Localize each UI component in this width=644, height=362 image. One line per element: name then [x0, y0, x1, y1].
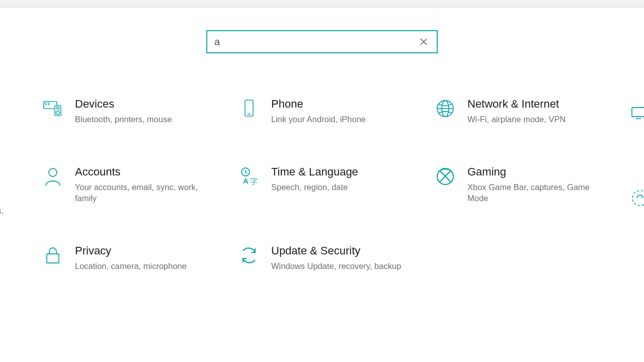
- partial-category-icon: [630, 188, 644, 210]
- category-desc: Location, camera, microphone: [75, 260, 187, 272]
- globe-icon: [435, 99, 455, 119]
- category-title: Accounts: [75, 165, 206, 178]
- category-network[interactable]: Network & Internet Wi-Fi, airplane mode,…: [435, 98, 626, 125]
- lock-icon: [43, 245, 63, 265]
- category-text: Time & Language Speech, region, date: [271, 165, 358, 193]
- category-text: Network & Internet Wi-Fi, airplane mode,…: [467, 98, 566, 125]
- category-devices[interactable]: Devices Bluetooth, printers, mouse: [43, 98, 234, 125]
- search-input[interactable]: [213, 36, 417, 48]
- phone-icon: [239, 99, 259, 119]
- devices-icon: [43, 99, 63, 119]
- time-language-icon: A 字: [239, 166, 259, 187]
- svg-rect-22: [47, 254, 59, 263]
- search-box[interactable]: [206, 30, 438, 53]
- svg-text:A: A: [243, 176, 249, 185]
- category-desc: Windows Update, recovery, backup: [271, 260, 401, 272]
- partial-category-icon: [630, 104, 644, 126]
- close-icon: [420, 38, 428, 46]
- category-text: Update & Security Windows Update, recove…: [271, 244, 401, 272]
- category-title: Update & Security: [271, 244, 401, 257]
- category-text: Accounts Your accounts, email, sync, wor…: [75, 165, 206, 204]
- svg-line-18: [246, 172, 247, 173]
- category-title: Privacy: [75, 244, 187, 257]
- category-accounts[interactable]: Accounts Your accounts, email, sync, wor…: [43, 165, 234, 204]
- category-desc: Xbox Game Bar, captures, Game Mode: [467, 182, 598, 204]
- category-desc: Speech, region, date: [271, 182, 358, 193]
- sync-icon: [239, 245, 259, 265]
- category-text: Gaming Xbox Game Bar, captures, Game Mod…: [467, 165, 598, 204]
- category-text: Phone Link your Android, iPhone: [271, 98, 366, 125]
- category-desc: Link your Android, iPhone: [271, 114, 366, 125]
- svg-rect-23: [632, 108, 644, 117]
- svg-text:字: 字: [250, 177, 258, 186]
- person-icon: [43, 166, 63, 187]
- category-title: Gaming: [467, 165, 598, 178]
- category-desc: Wi-Fi, airplane mode, VPN: [467, 114, 566, 125]
- category-desc: Bluetooth, printers, mouse: [75, 114, 172, 125]
- category-update-security[interactable]: Update & Security Windows Update, recove…: [239, 244, 430, 272]
- category-desc: Your accounts, email, sync, work, family: [75, 182, 206, 204]
- category-title: Network & Internet: [467, 98, 566, 111]
- category-phone[interactable]: Phone Link your Android, iPhone: [239, 98, 430, 125]
- category-text: Privacy Location, camera, microphone: [75, 244, 187, 272]
- category-title: Devices: [75, 98, 172, 111]
- svg-rect-10: [245, 100, 253, 116]
- category-privacy[interactable]: Privacy Location, camera, microphone: [43, 244, 234, 272]
- category-gaming[interactable]: Gaming Xbox Game Bar, captures, Game Mod…: [435, 165, 626, 204]
- settings-categories-grid: Devices Bluetooth, printers, mouse Phone…: [0, 98, 644, 272]
- svg-point-15: [49, 168, 57, 176]
- svg-point-26: [632, 191, 644, 206]
- category-time-language[interactable]: A 字 Time & Language Speech, region, date: [239, 165, 430, 204]
- partial-text-left: s,: [0, 206, 4, 216]
- app-header-bar: [0, 0, 644, 8]
- search-container: [0, 30, 644, 53]
- clear-search-button[interactable]: [417, 35, 431, 49]
- category-title: Phone: [271, 98, 366, 111]
- category-title: Time & Language: [271, 165, 358, 178]
- category-text: Devices Bluetooth, printers, mouse: [75, 98, 172, 125]
- xbox-icon: [435, 166, 455, 187]
